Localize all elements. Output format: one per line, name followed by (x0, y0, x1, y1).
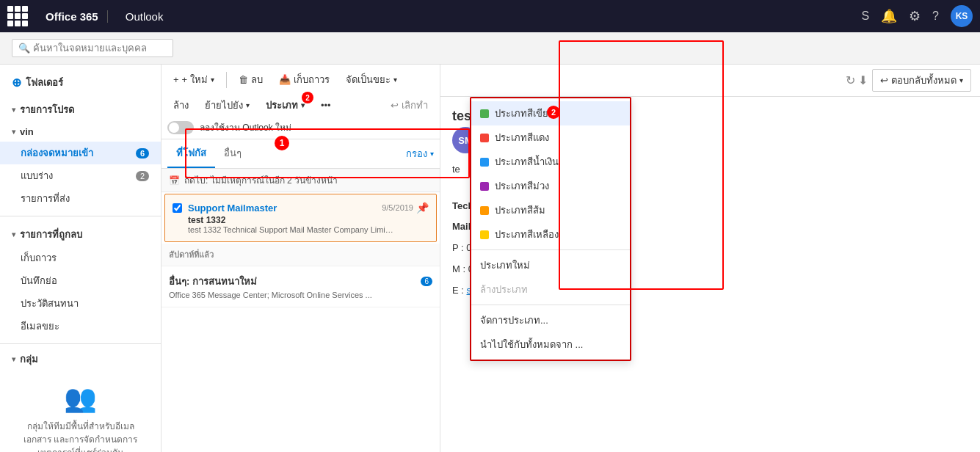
archive-icon: 📥 (279, 74, 291, 85)
bell-icon[interactable]: 🔔 (881, 8, 897, 24)
archive-label: เก็บถาวร (294, 72, 330, 87)
cat-color-yellow (480, 230, 489, 239)
email-list: + + ใหม่ ▾ 🗑 ลบ 📥 เก็บถาวร จัดเป็นขยะ ▾ … (161, 65, 440, 452)
tabs: ที่โฟกัส อื่นๆ (167, 139, 250, 168)
avatar[interactable]: KS (951, 5, 973, 27)
sidebar-item-history[interactable]: ประวัติสนทนา (0, 292, 161, 315)
inbox-label: กล่องจดหมายเข้า (21, 145, 93, 161)
sidebar-divider-2 (0, 343, 161, 344)
skype-icon[interactable]: S (861, 10, 869, 23)
app-name: Outlook (117, 10, 164, 23)
junk-label: อีเมลขยะ (21, 318, 59, 334)
more-button[interactable]: ••• (315, 97, 337, 114)
email-checkbox[interactable] (173, 203, 182, 213)
email-content-other: อื่นๆ: การสนทนาใหม่ 6 Office 365 Message… (169, 274, 432, 299)
email-content: Support Mailmaster 9/5/2019 📌 test 1332 … (188, 202, 429, 234)
email-item-other[interactable]: อื่นๆ: การสนทนาใหม่ 6 Office 365 Message… (161, 266, 440, 307)
separator (226, 72, 227, 88)
circle-plus-icon: ⊕ (12, 76, 21, 90)
reply-label: ตอบกลับทั้งหมด (891, 73, 957, 88)
email-sender-other: อื่นๆ: การสนทนาใหม่ (169, 274, 257, 289)
junk-label: จัดเป็นขยะ (346, 72, 391, 87)
delete-label: ลบ (251, 72, 263, 87)
cat-action-new[interactable]: ประเภทใหม่ (471, 253, 630, 277)
badge-2: 2 (547, 106, 560, 119)
delete-icon: 🗑 (239, 74, 248, 85)
tab-other[interactable]: อื่นๆ (215, 139, 250, 168)
cat-action-manage[interactable]: จัดการประเภท... (471, 308, 630, 332)
move-button[interactable]: ย้ายไปยัง ▾ (199, 95, 255, 116)
reply-all-button[interactable]: ↩ ตอบกลับทั้งหมด ▾ (872, 69, 971, 92)
search-wrap[interactable]: 🔍 (12, 39, 173, 57)
chevron-icon: ▾ (12, 106, 15, 114)
sort-button[interactable]: กรอง ▾ (406, 146, 434, 161)
sidebar-item-inbox[interactable]: กล่องจดหมายเข้า 6 (0, 142, 161, 164)
group-section: 👥 กลุ่มให้ทีมมีพื้นที่สำหรับอีเมล เอกสาร… (0, 371, 161, 452)
chevron-icon: ▾ (12, 230, 15, 238)
email-date: 9/5/2019 (382, 203, 413, 212)
cat-item-blue[interactable]: ประเภทสีน้ำเงิน (471, 150, 630, 174)
category-btn-wrap: ประเภท ▾ 2 (260, 95, 311, 116)
sidebar-item-sent[interactable]: รายการที่ส่ง (0, 187, 161, 210)
new-button[interactable]: + + ใหม่ ▾ (167, 69, 220, 90)
favorites-label: รายการโปรด (20, 102, 74, 117)
cat-item-purple[interactable]: ประเภทสีม่วง (471, 174, 630, 198)
cat-item-red[interactable]: ประเภทสีแดง (471, 125, 630, 150)
week-section-label: สัปดาห์ที่แล้ว (161, 244, 440, 266)
sidebar-item-archive[interactable]: เก็บถาวร (0, 247, 161, 269)
email-item[interactable]: Support Mailmaster 9/5/2019 📌 test 1332 … (164, 194, 437, 242)
sidebar-header-favorites[interactable]: ▾ รายการโปรด (0, 98, 161, 122)
top-nav: Office 365 Outlook S 🔔 ⚙ ? KS (0, 0, 980, 32)
download-icon: ⬇ (858, 73, 868, 87)
outlook-toggle-label: ลองใช้งาน Outlook ใหม่ (200, 120, 291, 134)
archive-label: เก็บถาวร (21, 250, 57, 266)
sig-e-label: E : (452, 285, 467, 296)
cat-label-yellow: ประเภทสีเหลือง (495, 227, 559, 242)
cat-item-orange[interactable]: ประเภทสีส้ม (471, 198, 630, 222)
sweep-label: ล้าง (173, 98, 189, 113)
outlook-toggle[interactable] (167, 121, 194, 134)
sidebar-header-deleted[interactable]: ▾ รายการที่ถูกลบ (0, 222, 161, 247)
undo-label: เลิกทำ (402, 98, 428, 113)
email-meta: Support Mailmaster 9/5/2019 📌 (188, 202, 429, 214)
tab-focused[interactable]: ที่โฟกัส (167, 139, 215, 168)
chevron-icon: ▾ (12, 128, 15, 136)
tab-bar: ที่โฟกัส อื่นๆ กรอง ▾ (161, 139, 440, 169)
sidebar-item-drafts[interactable]: แบบร่าง 2 (0, 164, 161, 187)
loading-icon: ↻ (846, 73, 855, 87)
nav-right: S 🔔 ⚙ ? KS (861, 5, 973, 27)
groups-label: กลุ่ม (20, 351, 38, 367)
undo-button[interactable]: ↩ เลิกทำ (385, 95, 434, 116)
outlook-toggle-wrap: ลองใช้งาน Outlook ใหม่ (167, 120, 291, 134)
sidebar-header-groups[interactable]: ▾ กลุ่ม (0, 347, 161, 371)
cat-item-yellow[interactable]: ประเภทสีเหลือง (471, 222, 630, 247)
help-icon[interactable]: ? (932, 10, 939, 23)
cat-label-orange: ประเภทสีส้ม (495, 203, 545, 218)
search-bar: 🔍 (0, 32, 980, 65)
cat-divider-1 (471, 249, 630, 250)
cat-action-apply-all[interactable]: นำไปใช้กับทั้งหมดจาก ... (471, 332, 630, 357)
reply-chevron-icon: ▾ (959, 76, 963, 84)
sidebar-favorites-section: ▾ รายการโปรด ▾ vin กล่องจดหมายเข้า 6 แบบ… (0, 95, 161, 213)
folder-label: โฟลเดอร์ (26, 75, 63, 90)
sweep-button[interactable]: ล้าง (167, 95, 195, 116)
sidebar-header-vin[interactable]: ▾ vin (0, 122, 161, 142)
waffle-menu[interactable] (7, 6, 28, 26)
move-chevron-icon: ▾ (246, 101, 250, 109)
more-dots-icon: ••• (321, 100, 331, 111)
junk-button[interactable]: จัดเป็นขยะ ▾ (340, 69, 403, 90)
sidebar-item-junk[interactable]: อีเมลขยะ (0, 315, 161, 338)
email-toolbar: + + ใหม่ ▾ 🗑 ลบ 📥 เก็บถาวร จัดเป็นขยะ ▾ … (161, 65, 440, 139)
sidebar-header-folder[interactable]: ⊕ โฟลเดอร์ (0, 70, 161, 95)
main-layout: ⊕ โฟลเดอร์ ▾ รายการโปรด ▾ vin กล่องจดหมา… (0, 65, 980, 452)
sidebar-item-notes[interactable]: บันทึกย่อ (0, 269, 161, 292)
settings-icon[interactable]: ⚙ (909, 8, 921, 24)
archive-button[interactable]: 📥 เก็บถาวร (273, 69, 335, 90)
email-items: Support Mailmaster 9/5/2019 📌 test 1332 … (161, 192, 440, 452)
search-icon: 🔍 (18, 43, 30, 54)
cat-label-purple: ประเภทสีม่วง (495, 178, 549, 194)
group-desc: กลุ่มให้ทีมมีพื้นที่สำหรับอีเมล เอกสาร แ… (12, 420, 149, 452)
delete-button[interactable]: 🗑 ลบ (233, 69, 269, 90)
search-input[interactable] (33, 43, 165, 54)
cat-label-green: ประเภทสีเขียว (495, 106, 553, 121)
